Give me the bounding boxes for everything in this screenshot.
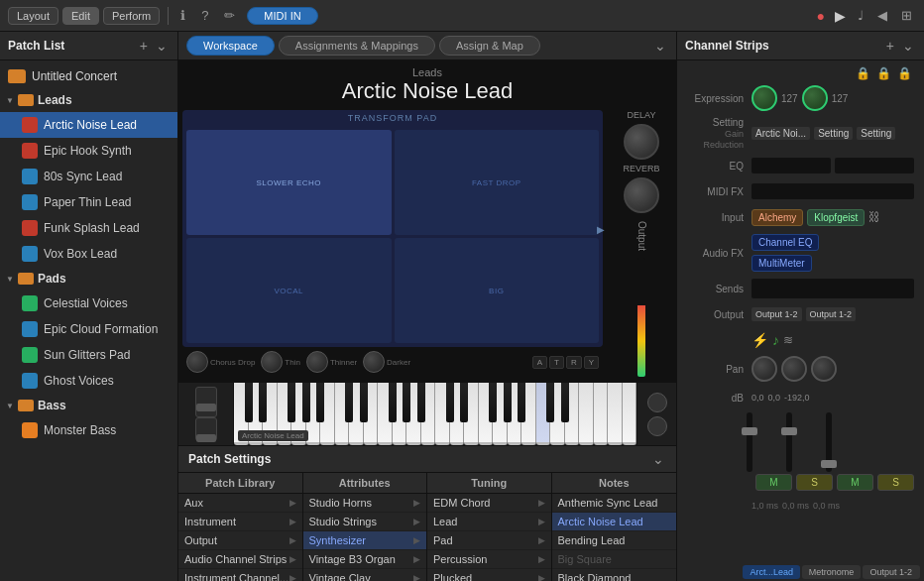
ps-pad[interactable]: Pad ▶ xyxy=(427,531,551,550)
ps-synthesizer[interactable]: Synthesizer ▶ xyxy=(303,531,427,550)
perform-button[interactable]: Perform xyxy=(103,7,160,25)
record-button[interactable]: ● xyxy=(815,6,827,26)
patch-funk-splash-lead[interactable]: Funk Splash Lead xyxy=(0,215,177,241)
delay-knob[interactable] xyxy=(624,124,659,160)
midi-t-button[interactable]: T xyxy=(549,356,564,369)
ps-instrument-channel[interactable]: Instrument Channel... ▶ xyxy=(178,569,302,581)
thin-knob[interactable] xyxy=(261,351,283,373)
transform-cell-vocal[interactable]: Vocal xyxy=(186,238,392,343)
layout-button[interactable]: Layout xyxy=(8,7,58,25)
darker-knob[interactable] xyxy=(363,351,385,373)
fader-track-3[interactable] xyxy=(826,412,832,472)
channel-strip-options-button[interactable]: ⌄ xyxy=(900,38,916,54)
black-key-16[interactable] xyxy=(546,383,554,422)
ps-studio-strings[interactable]: Studio Strings ▶ xyxy=(303,513,427,531)
pan-knob-3[interactable] xyxy=(811,356,837,382)
midi-r-button[interactable]: R xyxy=(566,356,582,369)
concert-item[interactable]: Untitled Concert xyxy=(0,64,177,88)
black-key-9[interactable] xyxy=(403,383,410,422)
edit-button[interactable]: Edit xyxy=(62,7,99,25)
patch-epic-hook-synth[interactable]: Epic Hook Synth xyxy=(0,138,177,164)
piano-keys[interactable]: Arctic Noise Lead xyxy=(234,383,636,445)
black-key-15[interactable] xyxy=(518,383,525,422)
pan-knob-1[interactable] xyxy=(751,356,777,382)
tab-assign-map[interactable]: Assign & Map xyxy=(439,36,540,56)
black-key-8[interactable] xyxy=(389,383,397,422)
thinner-knob[interactable] xyxy=(306,351,328,373)
ps-studio-horns[interactable]: Studio Horns ▶ xyxy=(303,494,427,513)
klopfgeist-plugin[interactable]: Klopfgeist xyxy=(807,209,865,226)
tab-assignments[interactable]: Assignments & Mappings xyxy=(279,36,435,56)
expression-knob-2[interactable] xyxy=(802,85,828,111)
black-key-5[interactable] xyxy=(316,383,324,422)
ps-bending[interactable]: Bending Lead xyxy=(552,531,677,550)
channel-eq-plugin[interactable]: Channel EQ xyxy=(751,234,819,251)
ps-plucked[interactable]: Plucked ▶ xyxy=(427,569,551,581)
transform-cell-big[interactable]: Big xyxy=(395,238,600,343)
black-key-4[interactable] xyxy=(302,383,310,422)
patch-arctic-noise-lead[interactable]: Arctic Noise Lead xyxy=(0,112,177,138)
patch-monster-bass[interactable]: Monster Bass xyxy=(0,417,177,443)
section-leads[interactable]: ▼ Leads xyxy=(0,88,177,112)
mod-wheel[interactable] xyxy=(195,417,217,441)
midi-in-button[interactable]: MIDI IN xyxy=(247,7,317,25)
patch-vox-box-lead[interactable]: Vox Box Lead xyxy=(0,241,177,267)
black-key-1[interactable] xyxy=(245,383,253,422)
transform-nav-arrow[interactable]: ▶ xyxy=(597,223,605,234)
white-key-26[interactable] xyxy=(594,383,609,445)
ps-vintage-b3[interactable]: Vintage B3 Organ ▶ xyxy=(303,550,427,569)
black-key-7[interactable] xyxy=(360,383,368,422)
black-key-3[interactable] xyxy=(288,383,295,422)
black-key-10[interactable] xyxy=(417,383,425,422)
pencil-icon[interactable]: ✏ xyxy=(220,6,239,25)
fader-track-1[interactable] xyxy=(747,412,752,472)
play-button[interactable]: ▶ xyxy=(833,6,848,26)
output-val-2[interactable]: Output 1-2 xyxy=(806,307,857,321)
white-key-27[interactable] xyxy=(608,383,623,445)
ps-vintage-clav[interactable]: Vintage Clav ▶ xyxy=(303,569,427,581)
patch-80s-sync-lead[interactable]: 80s Sync Lead xyxy=(0,164,177,189)
ps-output[interactable]: Output ▶ xyxy=(178,531,302,550)
ps-percussion[interactable]: Percussion ▶ xyxy=(427,550,551,569)
mute-button-1[interactable]: M xyxy=(755,474,792,491)
black-key-2[interactable] xyxy=(259,383,267,422)
mixer-icon[interactable]: ⊞ xyxy=(897,6,916,25)
transform-cell-fast-drop[interactable]: Fast Drop xyxy=(395,130,600,235)
midi-y-button[interactable]: Y xyxy=(584,356,599,369)
info-icon[interactable]: ℹ xyxy=(176,6,189,25)
patch-settings-options[interactable]: ⌄ xyxy=(650,451,666,467)
black-key-13[interactable] xyxy=(489,383,497,422)
ps-black-diamond[interactable]: Black Diamond xyxy=(552,569,677,581)
add-channel-strip-button[interactable]: + xyxy=(884,38,896,54)
pan-knob-2[interactable] xyxy=(781,356,807,382)
expression-knob-1[interactable] xyxy=(751,85,777,111)
white-key-25[interactable] xyxy=(579,383,594,445)
ps-big-square[interactable]: Big Square xyxy=(552,550,677,569)
white-key-28[interactable] xyxy=(623,383,637,445)
bottom-label-output[interactable]: Output 1-2 xyxy=(863,565,920,579)
section-pads[interactable]: ▼ Pads xyxy=(0,267,177,290)
output-val-1[interactable]: Output 1-2 xyxy=(751,307,802,321)
ps-lead[interactable]: Lead ▶ xyxy=(427,513,551,531)
help-icon[interactable]: ? xyxy=(197,6,212,25)
ps-anthemic[interactable]: Anthemic Sync Lead xyxy=(552,494,677,513)
alchemy-plugin[interactable]: Alchemy xyxy=(751,209,803,226)
keyboard-dial-1[interactable] xyxy=(647,393,667,412)
reverb-knob[interactable] xyxy=(624,177,659,213)
tab-options-button[interactable]: ⌄ xyxy=(652,38,668,54)
multimeter-plugin[interactable]: MultiMeter xyxy=(751,255,812,272)
mute-button-2[interactable]: M xyxy=(837,474,873,491)
solo-button-1[interactable]: S xyxy=(796,474,833,491)
bottom-label-arct[interactable]: Arct...Lead xyxy=(743,565,800,579)
patch-paper-thin-lead[interactable]: Paper Thin Lead xyxy=(0,189,177,215)
patch-ghost-voices[interactable]: Ghost Voices xyxy=(0,368,177,394)
section-bass[interactable]: ▼ Bass xyxy=(0,394,177,417)
ps-instrument[interactable]: Instrument ▶ xyxy=(178,513,302,531)
patch-options-button[interactable]: ⌄ xyxy=(154,38,170,54)
black-key-11[interactable] xyxy=(446,383,454,422)
black-key-17[interactable] xyxy=(561,383,569,422)
bottom-label-metronome[interactable]: Metronome xyxy=(802,565,860,579)
keyboard-dial-2[interactable] xyxy=(647,416,667,436)
patch-celestial-voices[interactable]: Celestial Voices xyxy=(0,290,177,316)
chorus-knob[interactable] xyxy=(186,351,208,373)
